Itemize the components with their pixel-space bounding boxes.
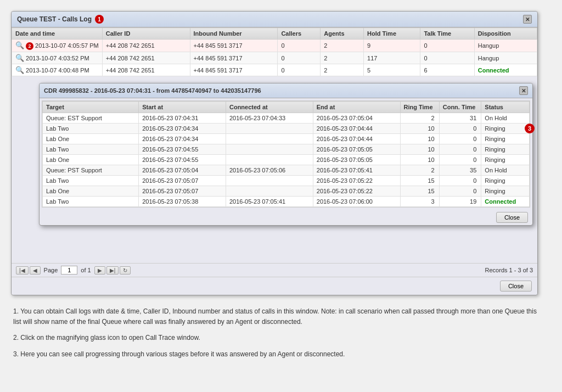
- cdr-cell-start: 2016-05-23 07:05:07: [139, 176, 226, 186]
- notes-section: 1. You can obtain Call logs with date & …: [11, 306, 538, 360]
- pagination-controls: |◀ ◀ Page of 1 ▶ ▶| ↻: [16, 266, 131, 275]
- cdr-cell-status: Ringing: [481, 134, 530, 144]
- cdr-col-start: Start at: [139, 102, 226, 113]
- col-header-agents: Agents: [321, 28, 364, 40]
- cdr-cell-target: Lab Two: [43, 197, 139, 207]
- cdr-window-title-bar: CDR 499985832 - 2016-05-23 07:04:31 - fr…: [40, 83, 532, 98]
- cdr-col-target: Target: [43, 102, 139, 113]
- cdr-cell-conn: 31: [439, 113, 481, 124]
- cdr-close-button[interactable]: Close: [496, 212, 528, 223]
- col-header-inbound: Inbound Number: [190, 28, 278, 40]
- pagination-next-btn[interactable]: ▶: [94, 266, 105, 275]
- cdr-cell-end: 2016-05-23 07:05:05: [313, 144, 400, 155]
- cdr-cell-start: 2016-05-23 07:04:55: [139, 144, 226, 155]
- pagination-prev-btn[interactable]: ◀: [30, 266, 41, 275]
- cdr-cell-conn: 0: [439, 134, 481, 144]
- cell-datetime: 🔍 2 2013-10-07 4:05:57 PM: [12, 40, 103, 52]
- cdr-cell-target: Lab One: [43, 155, 139, 165]
- cdr-cell-target: Lab Two: [43, 176, 139, 186]
- main-close-button[interactable]: Close: [500, 281, 532, 292]
- cdr-cell-start: 2016-05-23 07:04:31: [139, 113, 226, 124]
- pagination-of-label: of 1: [81, 267, 91, 273]
- cell-callerid: +44 208 742 2651: [102, 64, 190, 76]
- cdr-window: CDR 499985832 - 2016-05-23 07:04:31 - fr…: [39, 83, 533, 226]
- cdr-row: Lab Two 2016-05-23 07:04:55 2016-05-23 0…: [43, 144, 530, 155]
- pagination-refresh-btn[interactable]: ↻: [120, 266, 131, 275]
- cell-agents: 2: [321, 64, 364, 76]
- col-header-disposition: Disposition: [474, 28, 537, 40]
- magnify-icon[interactable]: 🔍: [15, 54, 24, 62]
- cdr-cell-start: 2016-05-23 07:04:34: [139, 134, 226, 144]
- pagination-first-btn[interactable]: |◀: [16, 266, 29, 275]
- cdr-row: Lab One 2016-05-23 07:04:55 2016-05-23 0…: [43, 155, 530, 165]
- cell-disposition: Connected: [474, 64, 537, 76]
- cdr-cell-start: 2016-05-23 07:05:04: [139, 165, 226, 176]
- cdr-cell-conn: 0: [439, 155, 481, 165]
- cdr-cell-connected: 2016-05-23 07:04:33: [226, 113, 313, 124]
- cdr-cell-ring: 15: [400, 176, 439, 186]
- pagination-bar: |◀ ◀ Page of 1 ▶ ▶| ↻ Records 1 - 3 of 3: [12, 263, 537, 277]
- cdr-col-status: Status: [481, 102, 530, 113]
- cdr-cell-connected: 2016-05-23 07:05:06: [226, 165, 313, 176]
- cell-holdtime: 117: [364, 52, 420, 64]
- calls-log-table-container: Date and time Caller ID Inbound Number C…: [12, 27, 537, 76]
- cdr-cell-ring: 10: [400, 155, 439, 165]
- cdr-cell-target: Lab One: [43, 134, 139, 144]
- cdr-cell-ring: 15: [400, 186, 439, 197]
- magnify-icon[interactable]: 🔍: [15, 41, 24, 49]
- cell-disposition: Hangup: [474, 40, 537, 52]
- cdr-cell-ring: 10: [400, 124, 439, 134]
- calls-log-row: 🔍 2013-10-07 4:03:52 PM +44 208 742 2651…: [12, 52, 537, 64]
- cdr-cell-target: Lab One: [43, 186, 139, 197]
- cell-agents: 2: [321, 52, 364, 64]
- pagination-last-btn[interactable]: ▶|: [106, 266, 119, 275]
- cdr-cell-target: Lab Two: [43, 144, 139, 155]
- cell-datetime: 🔍 2013-10-07 4:03:52 PM: [12, 52, 103, 64]
- cdr-cell-start: 2016-05-23 07:05:07: [139, 186, 226, 197]
- cdr-cell-conn: 0: [439, 144, 481, 155]
- cell-holdtime: 9: [364, 40, 420, 52]
- cdr-cell-connected: [226, 134, 313, 144]
- note-1: 1. You can obtain Call logs with date & …: [11, 306, 538, 327]
- cdr-cell-target: Queue: EST Support: [43, 113, 139, 124]
- cdr-window-close-icon[interactable]: ✕: [519, 86, 528, 95]
- cdr-cell-start: 2016-05-23 07:04:34: [139, 124, 226, 134]
- col-header-talktime: Talk Time: [420, 28, 474, 40]
- cdr-cell-end: 2016-05-23 07:04:44: [313, 124, 400, 134]
- cdr-footer: Close: [40, 210, 532, 225]
- cdr-cell-connected: [226, 124, 313, 134]
- pagination-page-input[interactable]: [61, 266, 77, 275]
- cdr-cell-start: 2016-05-23 07:04:55: [139, 155, 226, 165]
- cdr-cell-status: On Hold: [481, 113, 530, 124]
- cell-callers: 0: [278, 64, 321, 76]
- pagination-records: Records 1 - 3 of 3: [485, 267, 533, 273]
- cell-inbound: +44 845 591 3717: [190, 52, 278, 64]
- cell-talktime: 0: [420, 40, 474, 52]
- cdr-cell-target: Lab Two: [43, 124, 139, 134]
- col-header-datetime: Date and time: [12, 28, 103, 40]
- cdr-cell-end: 2016-05-23 07:05:05: [313, 155, 400, 165]
- cdr-row: Lab One 2016-05-23 07:04:34 2016-05-23 0…: [43, 134, 530, 144]
- cdr-cell-connected: [226, 186, 313, 197]
- cdr-cell-status: Ringing: [481, 186, 530, 197]
- cdr-cell-status: Ringing: [481, 155, 530, 165]
- main-footer: Close: [12, 277, 537, 295]
- main-window-label: Queue TEST - Calls Log: [17, 15, 92, 23]
- cdr-col-end: End at: [313, 102, 400, 113]
- cdr-cell-end: 2016-05-23 07:05:22: [313, 186, 400, 197]
- cell-talktime: 0: [420, 52, 474, 64]
- cdr-cell-ring: 10: [400, 144, 439, 155]
- cell-inbound: +44 845 591 3717: [190, 40, 278, 52]
- magnify-icon[interactable]: 🔍: [15, 66, 24, 74]
- cdr-cell-connected: [226, 176, 313, 186]
- cdr-col-ring: Ring Time: [400, 102, 439, 113]
- cdr-table-container: Target Start at Connected at End at Ring…: [42, 100, 530, 208]
- cell-disposition: Hangup: [474, 52, 537, 64]
- main-window-close-icon[interactable]: ✕: [523, 15, 532, 24]
- cell-talktime: 6: [420, 64, 474, 76]
- calls-log-row: 🔍 2 2013-10-07 4:05:57 PM +44 208 742 26…: [12, 40, 537, 52]
- calls-log-row: 🔍 2013-10-07 4:00:48 PM +44 208 742 2651…: [12, 64, 537, 76]
- col-header-callerid: Caller ID: [102, 28, 190, 40]
- cdr-row: Queue: PST Support 2016-05-23 07:05:04 2…: [43, 165, 530, 176]
- cell-holdtime: 5: [364, 64, 420, 76]
